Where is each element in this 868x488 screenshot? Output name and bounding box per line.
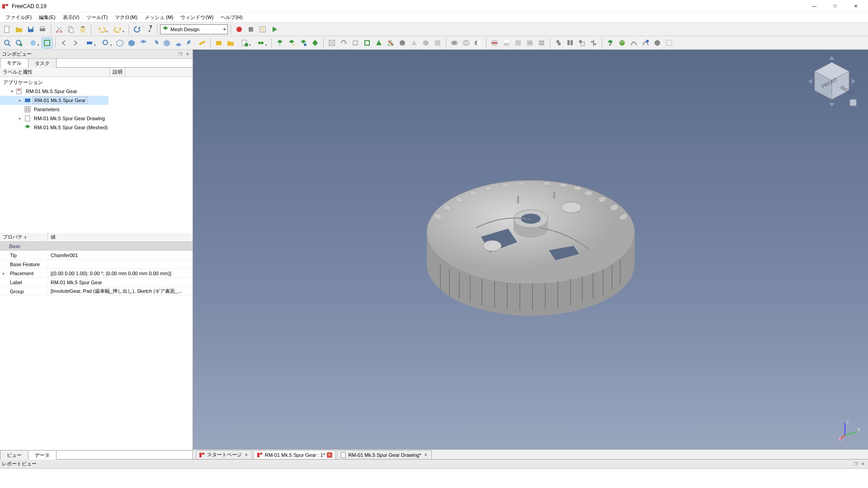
- panel-close-button[interactable]: ✕: [860, 461, 866, 467]
- macro-run-button[interactable]: [269, 24, 280, 35]
- draw-style-button[interactable]: [25, 38, 41, 48]
- navigation-cube[interactable]: FRONT RIGHT: [805, 54, 859, 108]
- nav-back-button[interactable]: [58, 38, 69, 48]
- mesh-add-triangle-button[interactable]: [373, 38, 384, 48]
- panel-float-button[interactable]: ❐: [853, 461, 859, 467]
- tree-item-meshed[interactable]: RM-01 Mk.5 Spur Gear (Meshed): [0, 123, 193, 132]
- mesh-scale-button[interactable]: [576, 38, 587, 48]
- mesh-eval-button[interactable]: ✓: [605, 38, 616, 48]
- save-button[interactable]: [25, 24, 36, 35]
- whatsthis-button[interactable]: ?: [143, 24, 154, 35]
- mesh-from-shape-button[interactable]: [298, 38, 309, 48]
- workbench-selector[interactable]: Mesh Design: [160, 24, 228, 34]
- redo-button[interactable]: [110, 24, 126, 35]
- property-row-placement[interactable]: ▸Placement[(0.00 0.00 1.00); 0.00 °; (0.…: [0, 269, 193, 278]
- nav-forward-button[interactable]: [70, 38, 81, 48]
- report-view-body[interactable]: [0, 469, 868, 488]
- mesh-boolean-union-button[interactable]: [449, 38, 460, 48]
- property-row-label[interactable]: LabelRM-01 Mk.5 Spur Gear: [0, 278, 193, 287]
- window-minimize-button[interactable]: —: [804, 0, 825, 13]
- macro-list-button[interactable]: [257, 24, 268, 35]
- tree-item-parameters[interactable]: Parameters: [0, 105, 193, 114]
- doc-tab-gear[interactable]: RM-01 Mk.5 Spur Gear : 1* ✕: [254, 450, 335, 459]
- front-view-button[interactable]: [126, 38, 137, 48]
- tab-close-button[interactable]: ✕: [327, 452, 332, 458]
- doc-tab-drawing[interactable]: RM-01 Mk.5 Spur Gear Drawing* ✕: [337, 450, 431, 459]
- panel-float-button[interactable]: ❐: [177, 51, 184, 57]
- mesh-regular-solid-button[interactable]: [310, 38, 321, 48]
- menu-window[interactable]: ウィンドウ(W): [177, 13, 217, 22]
- mesh-boolean-diff-button[interactable]: [472, 38, 483, 48]
- mesh-decimate-button[interactable]: [432, 38, 443, 48]
- model-tree[interactable]: アプリケーション ▾ RM-01 Mk.5 Spur Gear ▸ RM-01 …: [0, 77, 193, 233]
- mesh-close-hole-button[interactable]: [362, 38, 373, 48]
- tab-data-props[interactable]: データ: [28, 450, 57, 460]
- right-view-button[interactable]: [150, 38, 160, 48]
- mesh-smooth-button[interactable]: [420, 38, 431, 48]
- mesh-curvature-info-button[interactable]: [640, 38, 651, 48]
- tree-item-body[interactable]: ▸ RM-01 Mk.5 Spur Gear: [0, 96, 193, 105]
- tab-close-button[interactable]: ✕: [244, 452, 249, 458]
- mesh-cut-button[interactable]: [489, 38, 500, 48]
- mesh-face-info-button[interactable]: [617, 38, 627, 48]
- group-create-button[interactable]: [225, 38, 236, 48]
- tab-task[interactable]: タスク: [28, 58, 57, 68]
- bounding-box-button[interactable]: [42, 38, 52, 48]
- mesh-align-button[interactable]: [588, 38, 599, 48]
- mesh-flip-button[interactable]: [338, 38, 349, 48]
- link-make-button[interactable]: [237, 38, 252, 48]
- menu-macro[interactable]: マクロ(M): [111, 13, 141, 22]
- mesh-fill-holes-button[interactable]: [350, 38, 361, 48]
- mesh-trim-plane-button[interactable]: [513, 38, 524, 48]
- doc-tab-start[interactable]: スタートページ ✕: [196, 450, 252, 459]
- mesh-segment-button[interactable]: [409, 38, 420, 48]
- paste-button[interactable]: [77, 24, 88, 35]
- left-view-button[interactable]: [185, 38, 196, 48]
- menu-view[interactable]: 表示(V): [59, 13, 83, 22]
- menu-help[interactable]: ヘルプ(H): [217, 13, 246, 22]
- mesh-cross-sections-button[interactable]: [536, 38, 547, 48]
- property-row-tip[interactable]: TipChamfer001: [0, 251, 193, 260]
- mesh-remove-comp-button[interactable]: [397, 38, 408, 48]
- menu-tools[interactable]: ツール(T): [83, 13, 111, 22]
- isometric-button[interactable]: [114, 38, 125, 48]
- window-maximize-button[interactable]: □: [825, 0, 845, 13]
- tab-model[interactable]: モデル: [0, 58, 28, 68]
- property-col-value[interactable]: 値: [48, 233, 58, 241]
- property-row-group[interactable]: Group[InvoluteGear, Pad (歯車幅_押し出し), Sket…: [0, 287, 193, 296]
- part-create-button[interactable]: [213, 38, 224, 48]
- panel-close-button[interactable]: ✕: [184, 51, 191, 57]
- undo-button[interactable]: [94, 24, 109, 35]
- mesh-curvature-button[interactable]: [628, 38, 639, 48]
- macro-stop-button[interactable]: [245, 24, 256, 35]
- top-view-button[interactable]: [138, 38, 149, 48]
- menu-mesh[interactable]: メッシュ (M): [141, 13, 177, 22]
- mesh-harmonize-button[interactable]: [326, 38, 337, 48]
- bottom-view-button[interactable]: [173, 38, 184, 48]
- mesh-bounding-button[interactable]: [664, 38, 675, 48]
- tab-close-button[interactable]: ✕: [423, 452, 429, 458]
- menu-file[interactable]: ファイル(F): [2, 13, 35, 22]
- measure-button[interactable]: [197, 38, 208, 48]
- new-button[interactable]: [2, 24, 13, 35]
- mesh-section-button[interactable]: [524, 38, 535, 48]
- window-close-button[interactable]: ✕: [845, 0, 866, 13]
- mesh-export-button[interactable]: [286, 38, 297, 48]
- menu-edit[interactable]: 編集(E): [35, 13, 59, 22]
- cut-button[interactable]: [54, 24, 65, 35]
- fit-all-button[interactable]: [2, 38, 13, 48]
- macro-record-button[interactable]: [234, 24, 245, 35]
- mesh-merge-button[interactable]: [553, 38, 564, 48]
- tree-col-desc[interactable]: 説明: [110, 68, 126, 76]
- property-category-base[interactable]: Base: [0, 242, 193, 251]
- mesh-import-button[interactable]: [274, 38, 285, 48]
- open-button[interactable]: [14, 24, 24, 35]
- tree-document[interactable]: ▾ RM-01 Mk.5 Spur Gear: [0, 87, 193, 96]
- copy-button[interactable]: [66, 24, 76, 35]
- mesh-check-solid-button[interactable]: [652, 38, 663, 48]
- tree-item-drawing[interactable]: ▸ RM-01 Mk.5 Spur Gear Drawing: [0, 114, 193, 123]
- property-row-basefeature[interactable]: Base Feature: [0, 260, 193, 269]
- zoom-button[interactable]: [98, 38, 113, 48]
- gear-model[interactable]: [413, 146, 648, 336]
- mesh-split-button[interactable]: [565, 38, 576, 48]
